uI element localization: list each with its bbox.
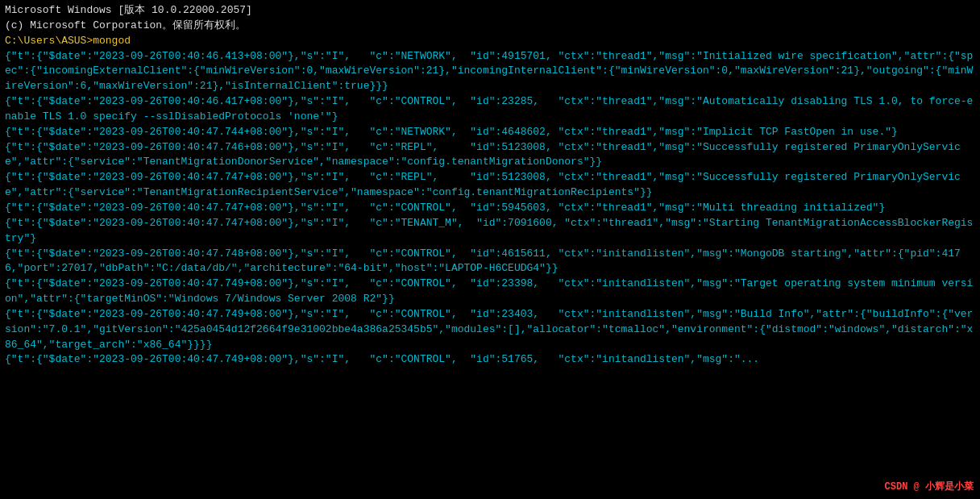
- terminal-line-9: {"t":{"$date":"2023-09-26T00:40:47.747+0…: [5, 170, 975, 201]
- terminal-line-15: {"t":{"$date":"2023-09-26T00:40:47.749+0…: [5, 352, 975, 368]
- terminal-window: Microsoft Windows [版本 10.0.22000.2057](c…: [5, 3, 975, 368]
- terminal-line-6: {"t":{"$date":"2023-09-26T00:40:46.417+0…: [5, 94, 975, 125]
- watermark: CSDN @ 小辉是小菜: [885, 480, 974, 494]
- terminal-line-12: {"t":{"$date":"2023-09-26T00:40:47.748+0…: [5, 247, 975, 277]
- terminal-line-2: (c) Microsoft Corporation。保留所有权利。: [5, 19, 975, 34]
- terminal-line-4: C:\Users\ASUS>mongod: [5, 34, 975, 49]
- terminal-line-11: {"t":{"$date":"2023-09-26T00:40:47.747+0…: [5, 216, 975, 247]
- terminal-line-1: Microsoft Windows [版本 10.0.22000.2057]: [5, 3, 975, 19]
- terminal-line-5: {"t":{"$date":"2023-09-26T00:40:46.413+0…: [5, 49, 975, 95]
- terminal-line-13: {"t":{"$date":"2023-09-26T00:40:47.749+0…: [5, 277, 975, 307]
- terminal-line-8: {"t":{"$date":"2023-09-26T00:40:47.746+0…: [5, 140, 975, 171]
- terminal-line-10: {"t":{"$date":"2023-09-26T00:40:47.747+0…: [5, 201, 975, 216]
- terminal-line-14: {"t":{"$date":"2023-09-26T00:40:47.749+0…: [5, 307, 975, 353]
- terminal-line-7: {"t":{"$date":"2023-09-26T00:40:47.744+0…: [5, 125, 975, 140]
- terminal-output: Microsoft Windows [版本 10.0.22000.2057](c…: [5, 3, 975, 368]
